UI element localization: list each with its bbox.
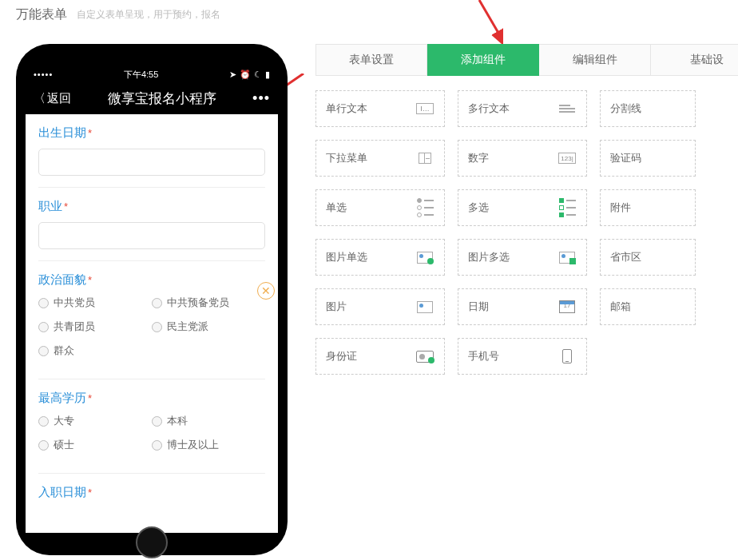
component-single-text[interactable]: 单行文本I… [315,90,445,127]
entry-section: 入职日期* [38,474,265,519]
job-input[interactable] [38,222,265,249]
nav-title: 微享宝报名小程序 [71,89,252,108]
required-star-icon: * [64,201,68,212]
radio-option[interactable]: 硕士 [38,438,152,452]
component-checkbox[interactable]: 多选 [458,189,587,226]
component-pic-checkbox[interactable]: 图片多选 [458,239,587,276]
radio-icon [38,346,49,356]
component-number[interactable]: 数字123| [458,140,587,177]
component-grid: 单行文本I… 下拉菜单 单选 图片单选 图片 身份证 多行文本 数字123| 多… [315,76,738,375]
radio-option[interactable]: 群众 [38,344,152,358]
radio-icon [38,440,49,451]
page-subtitle: 自定义表单呈现，用于预约，报名 [77,8,220,22]
component-radio[interactable]: 单选 [315,189,445,226]
component-divider[interactable]: 分割线 [600,90,696,127]
radio-option[interactable]: 中共预备党员 [152,296,265,310]
required-star-icon: * [88,392,92,404]
back-button[interactable]: 〈 返回 [34,91,71,106]
edu-section: 最高学历* 大专 本科 硕士 博士及以上 [38,379,265,474]
back-label: 返回 [47,91,71,106]
form-scroll[interactable]: 出生日期* 职业* ✕ 政治面貌* 中共党员 中共预备党员 共青团员 [26,114,278,533]
select-icon [415,151,434,165]
component-pic-radio[interactable]: 图片单选 [315,239,445,276]
edu-label: 最高学历* [38,391,265,406]
component-region[interactable]: 省市区 [600,239,696,276]
home-button-icon [136,526,168,558]
component-date[interactable]: 日期17 [458,288,587,325]
radio-icon [152,440,162,451]
birth-input[interactable] [38,149,265,176]
pic-radio-icon [415,250,434,264]
radio-option[interactable]: 大专 [38,414,152,428]
tabs: 表单设置 添加组件 编辑组件 基础设 [315,44,738,76]
birth-label: 出生日期* [38,125,265,141]
political-options: 中共党员 中共预备党员 共青团员 民主党派 群众 [38,296,265,367]
right-panel: 表单设置 添加组件 编辑组件 基础设 单行文本I… 下拉菜单 单选 图片单选 图… [315,44,738,375]
component-multi-text[interactable]: 多行文本 [458,90,587,127]
radio-icon [38,298,49,308]
radio-icon [152,298,162,308]
radio-icon [38,322,49,332]
component-phone[interactable]: 手机号 [458,338,587,375]
birth-section: 出生日期* [38,114,265,188]
number-icon: 123| [557,151,577,165]
phone-icon [557,349,577,363]
moon-icon: ☾ [254,70,262,80]
tab-basic-settings[interactable]: 基础设 [651,44,738,76]
alarm-icon: ⏰ [240,70,251,80]
multiline-icon [557,101,577,116]
component-idcard[interactable]: 身份证 [315,338,445,375]
component-attachment[interactable]: 附件 [600,189,696,226]
chevron-left-icon: 〈 [34,91,46,106]
radio-icon [152,416,162,427]
tab-add-component[interactable]: 添加组件 [427,44,539,76]
radio-option[interactable]: 中共党员 [38,296,152,310]
political-section: 政治面貌* 中共党员 中共预备党员 共青团员 民主党派 群众 [38,261,265,379]
component-email[interactable]: 邮箱 [600,288,696,325]
required-star-icon: * [88,274,92,286]
radio-option[interactable]: 共青团员 [38,320,152,334]
radio-list-icon [415,201,434,215]
tab-settings[interactable]: 表单设置 [315,44,427,76]
job-label: 职业* [38,199,265,214]
edu-options: 大专 本科 硕士 博士及以上 [38,414,265,462]
location-icon: ➤ [229,70,236,80]
battery-icon: ▮ [265,70,270,80]
close-section-button[interactable]: ✕ [257,282,275,300]
component-captcha[interactable]: 验证码 [600,140,696,177]
phone-mockup: ••••• 下午4:55 ➤ ⏰ ☾ ▮ 〈 返回 微享宝报名小程序 ••• 出… [16,44,288,555]
checkbox-list-icon [557,201,577,215]
text-input-icon: I… [415,101,434,116]
status-icons: ➤ ⏰ ☾ ▮ [229,70,270,80]
component-dropdown[interactable]: 下拉菜单 [315,140,445,177]
radio-icon [152,322,162,332]
status-bar: ••••• 下午4:55 ➤ ⏰ ☾ ▮ [26,66,278,82]
radio-option[interactable]: 民主党派 [152,320,265,334]
radio-icon [38,416,49,427]
radio-option[interactable]: 博士及以上 [152,438,265,452]
required-star-icon: * [88,487,92,498]
nav-bar: 〈 返回 微享宝报名小程序 ••• [26,82,278,114]
page-header: 万能表单 自定义表单呈现，用于预约，报名 [0,0,738,30]
phone-screen: ••••• 下午4:55 ➤ ⏰ ☾ ▮ 〈 返回 微享宝报名小程序 ••• 出… [26,66,278,533]
status-time: 下午4:55 [124,69,158,81]
job-section: 职业* [38,188,265,261]
signal-dots-icon: ••••• [34,70,53,79]
page-title: 万能表单 [16,6,67,23]
required-star-icon: * [88,127,92,139]
component-pic[interactable]: 图片 [315,288,445,325]
tab-edit-component[interactable]: 编辑组件 [539,44,651,76]
pic-check-icon [557,250,577,264]
picture-icon [415,300,434,314]
id-card-icon [415,349,434,363]
calendar-icon: 17 [557,300,577,314]
radio-option[interactable]: 本科 [152,414,265,428]
more-button[interactable]: ••• [252,90,270,107]
entry-label: 入职日期* [38,485,265,500]
political-label: 政治面貌* [38,272,265,288]
